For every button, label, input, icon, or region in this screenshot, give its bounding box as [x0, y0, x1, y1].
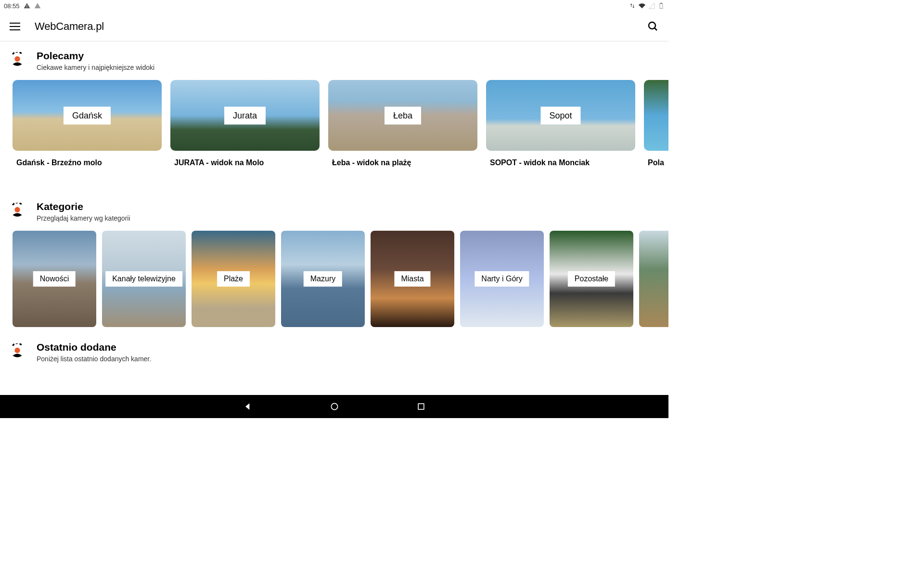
category-label: Kanały telewizyjne	[105, 271, 182, 287]
category-thumbnail[interactable]: Kanały telewizyjne	[102, 231, 186, 327]
category-label: Miasta	[394, 271, 430, 287]
recommended-section: Polecamy Ciekawe kamery i najpiękniejsze…	[0, 50, 668, 167]
camera-logo-icon	[10, 52, 25, 67]
signal-icon	[648, 2, 655, 9]
category-card[interactable]: Nowości	[13, 231, 96, 327]
category-card[interactable]: Narty i Góry	[460, 231, 544, 327]
svg-point-7	[331, 403, 337, 409]
camera-caption: Pola	[644, 158, 668, 167]
camera-card[interactable]: ŁebaŁeba - widok na plażę	[328, 80, 477, 167]
svg-rect-1	[661, 3, 662, 3]
recommended-scroll[interactable]: GdańskGdańsk - Brzeźno moloJurataJURATA …	[0, 80, 668, 167]
camera-location-label: Łeba	[385, 106, 421, 124]
camera-thumbnail[interactable]: Sopot	[486, 80, 635, 151]
categories-scroll[interactable]: NowościKanały telewizyjnePlażeMazuryMias…	[0, 231, 668, 327]
category-label: Plaże	[217, 271, 250, 287]
app-title: WebCamera.pl	[35, 20, 104, 33]
battery-icon	[658, 2, 665, 9]
category-card[interactable]: Mazury	[281, 231, 365, 327]
category-thumbnail[interactable]: Miasta	[371, 231, 454, 327]
categories-section: Kategorie Przeglądaj kamery wg kategorii…	[0, 201, 668, 327]
app-bar: WebCamera.pl	[0, 12, 668, 41]
svg-point-2	[649, 22, 655, 29]
category-card[interactable]: Pozostałe	[550, 231, 633, 327]
camera-card[interactable]: Pola	[644, 80, 668, 167]
camera-location-label: Sopot	[540, 106, 580, 124]
svg-line-3	[654, 28, 657, 30]
camera-card[interactable]: GdańskGdańsk - Brzeźno molo	[13, 80, 162, 167]
category-label: Narty i Góry	[475, 271, 529, 287]
search-button[interactable]	[647, 21, 659, 32]
warning-icon	[24, 2, 30, 9]
recommended-subtitle: Ciekawe kamery i najpiękniejsze widoki	[37, 64, 659, 71]
camera-location-label: Jurata	[224, 106, 266, 124]
category-card[interactable]: Miasta	[371, 231, 454, 327]
back-button[interactable]	[243, 402, 253, 411]
category-label: Mazury	[304, 271, 342, 287]
updown-icon	[629, 2, 636, 9]
recommended-title: Polecamy	[37, 50, 659, 62]
camera-caption: Gdańsk - Brzeźno molo	[13, 158, 162, 167]
category-label: Nowości	[33, 271, 76, 287]
wifi-icon	[639, 2, 645, 9]
categories-title: Kategorie	[37, 201, 659, 212]
recents-button[interactable]	[416, 402, 426, 411]
svg-point-6	[14, 348, 20, 353]
category-thumbnail[interactable]: Pol	[639, 231, 668, 327]
category-thumbnail[interactable]: Mazury	[281, 231, 365, 327]
camera-caption: SOPOT - widok na Monciak	[486, 158, 635, 167]
recent-subtitle: Poniżej lista ostatnio dodanych kamer.	[37, 355, 659, 363]
svg-point-4	[14, 56, 20, 62]
svg-rect-0	[660, 3, 663, 8]
category-card[interactable]: Plaże	[192, 231, 275, 327]
warning-small-icon	[34, 2, 41, 9]
camera-caption: JURATA - widok na Molo	[170, 158, 320, 167]
home-button[interactable]	[330, 402, 339, 411]
camera-caption: Łeba - widok na plażę	[328, 158, 477, 167]
category-card[interactable]: Kanały telewizyjne	[102, 231, 186, 327]
hamburger-menu-button[interactable]	[10, 21, 21, 32]
category-card[interactable]: Pol	[639, 231, 668, 327]
svg-rect-8	[418, 404, 424, 409]
svg-point-5	[14, 207, 20, 212]
status-bar: 08:55	[0, 0, 668, 12]
camera-location-label: Gdańsk	[64, 106, 111, 124]
recent-title: Ostatnio dodane	[37, 342, 659, 353]
status-time: 08:55	[4, 2, 20, 10]
category-thumbnail[interactable]: Narty i Góry	[460, 231, 544, 327]
recent-section: Ostatnio dodane Poniżej lista ostatnio d…	[0, 342, 668, 363]
camera-logo-icon	[10, 203, 25, 218]
camera-thumbnail[interactable]	[644, 80, 668, 151]
category-thumbnail[interactable]: Plaże	[192, 231, 275, 327]
android-nav-bar	[0, 395, 668, 418]
category-label: Pozostałe	[568, 271, 615, 287]
camera-card[interactable]: JurataJURATA - widok na Molo	[170, 80, 320, 167]
camera-thumbnail[interactable]: Łeba	[328, 80, 477, 151]
camera-thumbnail[interactable]: Jurata	[170, 80, 320, 151]
camera-logo-icon	[10, 343, 25, 359]
camera-thumbnail[interactable]: Gdańsk	[13, 80, 162, 151]
camera-card[interactable]: SopotSOPOT - widok na Monciak	[486, 80, 635, 167]
categories-subtitle: Przeglądaj kamery wg kategorii	[37, 214, 659, 222]
category-thumbnail[interactable]: Nowości	[13, 231, 96, 327]
category-thumbnail[interactable]: Pozostałe	[550, 231, 633, 327]
